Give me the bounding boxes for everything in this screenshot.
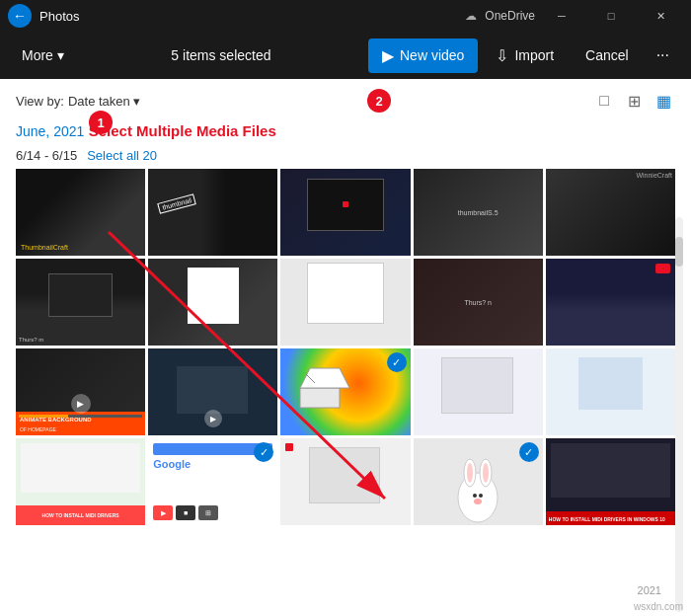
date-taken-chevron: ▾ <box>133 94 140 109</box>
scrollbar-thumb[interactable] <box>675 237 683 267</box>
toolbar-actions: ▶ New video ⇩ Import Cancel ··· <box>368 38 679 73</box>
main-content: 2 View by: Date taken ▾ □ ⊞ ▦ 1 June, 20… <box>0 79 691 616</box>
photo-cell-16[interactable]: HOW TO INSTALL MIDI DRIVERS <box>16 438 145 525</box>
photo-cell-6[interactable]: Thurs? m <box>16 259 145 346</box>
title-bar-right: ☁ OneDrive ─ □ ✕ <box>465 0 683 32</box>
import-icon: ⇩ <box>496 46 508 65</box>
photo-cell-4[interactable]: thumbnailS.5 <box>414 169 543 256</box>
select-all-link[interactable]: Select all 20 <box>87 148 157 163</box>
photo-cell-13[interactable]: ✓ <box>280 348 410 435</box>
svg-point-3 <box>458 473 498 522</box>
view-grid3-button[interactable]: ▦ <box>652 89 675 113</box>
thumbnail-12: ▶ <box>148 348 277 435</box>
photo-cell-11[interactable]: ANIMATE BACKGROUND OF HOMEPAGE ▶ <box>16 348 145 435</box>
ellipsis-button[interactable]: ··· <box>647 38 679 72</box>
more-label: More <box>22 47 53 63</box>
selected-count: 5 items selected <box>74 47 368 63</box>
more-button[interactable]: More ▾ <box>12 39 74 71</box>
date-range-row: 6/14 - 6/15 Select all 20 <box>0 144 691 169</box>
svg-point-7 <box>483 463 489 483</box>
view-by-select[interactable]: Date taken ▾ <box>68 94 140 109</box>
onedrive-label: OneDrive <box>485 9 535 23</box>
new-video-button[interactable]: ▶ New video <box>368 38 478 73</box>
photo-cell-20[interactable]: HOW TO INSTALL MIDI DRIVERS IN WINDOWS 1… <box>546 438 675 525</box>
photo-cell-5[interactable]: WinnieCraft <box>546 169 675 256</box>
photo-cell-2[interactable]: thumbnail <box>148 169 277 256</box>
thumbnail-7 <box>148 259 277 346</box>
photo-grid-row4: HOW TO INSTALL MIDI DRIVERS Google ▶ ■ ⊞… <box>0 438 691 525</box>
watermark: wsxdn.com <box>634 601 683 612</box>
new-video-icon: ▶ <box>382 46 394 65</box>
view-square-button[interactable]: □ <box>592 89 616 113</box>
photo-cell-18[interactable] <box>280 438 410 525</box>
svg-marker-1 <box>300 368 349 388</box>
import-label: Import <box>514 47 554 63</box>
annotation-badge-1: 1 <box>89 111 113 134</box>
photo-cell-7[interactable] <box>148 259 277 346</box>
svg-point-9 <box>479 494 483 498</box>
thumbnail-8 <box>280 259 410 346</box>
thumbnail-4: thumbnailS.5 <box>414 169 543 256</box>
date-range-label: 6/14 - 6/15 <box>16 148 77 163</box>
year-badge: 2021 <box>638 584 661 596</box>
thumbnail-1: ThumbnailCraft <box>16 169 145 256</box>
photo-cell-1[interactable]: ThumbnailCraft <box>16 169 145 256</box>
title-bar: ← Photos ☁ OneDrive ─ □ ✕ <box>0 0 691 32</box>
photo-cell-10[interactable] <box>546 259 675 346</box>
photo-grid-row2: Thurs? m Thurs? n <box>0 259 691 346</box>
thumbnail-14 <box>414 348 543 435</box>
svg-point-6 <box>467 463 473 483</box>
cancel-button[interactable]: Cancel <box>572 39 643 71</box>
photo-cell-15[interactable] <box>546 348 675 435</box>
date-taken-label: Date taken <box>68 94 130 109</box>
app-title: Photos <box>39 9 79 24</box>
more-chevron: ▾ <box>57 47 64 63</box>
thumbnail-15 <box>546 348 675 435</box>
thumbnail-2: thumbnail <box>148 169 277 256</box>
photo-cell-17[interactable]: Google ▶ ■ ⊞ ✓ <box>148 438 277 525</box>
view-icons: □ ⊞ ▦ <box>592 89 675 113</box>
thumbnail-20: HOW TO INSTALL MIDI DRIVERS IN WINDOWS 1… <box>546 438 675 525</box>
select-multiple-label: Select Multiple Media Files <box>89 122 276 139</box>
close-button[interactable]: ✕ <box>638 0 683 32</box>
photo-cell-9[interactable]: Thurs? n <box>414 259 543 346</box>
section-header: 1 June, 2021 Select Multiple Media Files <box>0 118 691 144</box>
import-button[interactable]: ⇩ Import <box>482 38 568 73</box>
thumbnail-3 <box>280 169 410 256</box>
section-month-title[interactable]: June, 2021 <box>16 123 84 139</box>
thumbnail-5: WinnieCraft <box>546 169 675 256</box>
selected-checkmark-13: ✓ <box>387 352 407 372</box>
svg-point-8 <box>473 494 477 498</box>
minimize-button[interactable]: ─ <box>539 0 584 32</box>
new-video-label: New video <box>400 47 464 63</box>
photo-cell-14[interactable] <box>414 348 543 435</box>
svg-point-10 <box>474 499 482 504</box>
thumbnail-18 <box>280 438 410 525</box>
photo-cell-8[interactable] <box>280 259 410 346</box>
cancel-label: Cancel <box>585 47 629 63</box>
thumbnail-9: Thurs? n <box>414 259 543 346</box>
onedrive-icon: ☁ <box>465 9 477 23</box>
photo-grid-row3: ANIMATE BACKGROUND OF HOMEPAGE ▶ ▶ <box>0 348 691 435</box>
photo-cell-19[interactable]: ✓ <box>414 438 543 525</box>
scrollbar[interactable] <box>675 217 683 612</box>
thumbnail-10 <box>546 259 675 346</box>
photo-grid-row1: ThumbnailCraft thumbnail thumbnailS.5 Wi… <box>0 169 691 256</box>
view-grid2-button[interactable]: ⊞ <box>622 89 646 113</box>
photo-cell-3[interactable] <box>280 169 410 256</box>
title-bar-left: ← Photos <box>8 4 79 28</box>
thumbnail-11: ANIMATE BACKGROUND OF HOMEPAGE ▶ <box>16 348 145 435</box>
restore-button[interactable]: □ <box>588 0 634 32</box>
selected-checkmark-19: ✓ <box>519 442 539 462</box>
photo-cell-12[interactable]: ▶ <box>148 348 277 435</box>
thumbnail-16: HOW TO INSTALL MIDI DRIVERS <box>16 438 145 525</box>
svg-rect-0 <box>300 388 340 408</box>
view-by-label: View by: <box>16 94 64 109</box>
annotation-badge-2: 2 <box>367 89 391 113</box>
back-button[interactable]: ← <box>8 4 32 28</box>
thumbnail-6: Thurs? m <box>16 259 145 346</box>
toolbar: More ▾ 5 items selected ▶ New video ⇩ Im… <box>0 32 691 79</box>
